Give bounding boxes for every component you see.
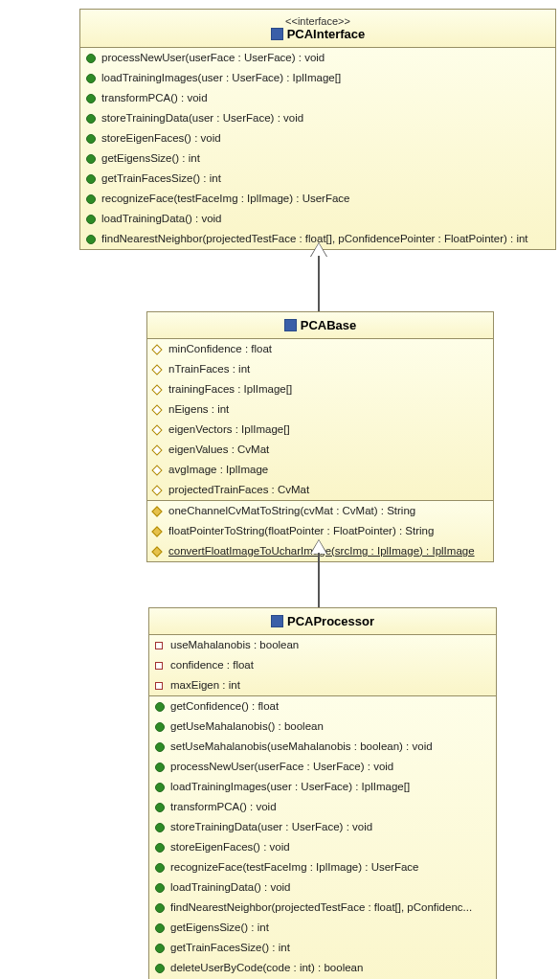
member-row: projectedTrainFaces : CvMat bbox=[147, 480, 493, 500]
class-icon bbox=[284, 319, 297, 331]
member-text: maxEigen : int bbox=[170, 677, 240, 694]
member-text: eigenVectors : IplImage[] bbox=[168, 421, 290, 438]
member-text: oneChannelCvMatToString(cvMat : CvMat) :… bbox=[168, 503, 415, 519]
class-icon bbox=[271, 615, 283, 627]
public-icon bbox=[155, 823, 165, 832]
member-row: loadTrainingData() : void bbox=[149, 877, 496, 898]
member-text: useMahalanobis : boolean bbox=[170, 637, 299, 653]
member-row: getTrainFacesSize() : int bbox=[80, 169, 555, 189]
class-pcainterface: <<interface>> PCAInterface processNewUse… bbox=[79, 9, 556, 250]
member-row: nEigens : int bbox=[147, 399, 493, 420]
public-icon bbox=[86, 74, 96, 83]
member-row: avgImage : IplImage bbox=[147, 460, 493, 480]
member-row: storeEigenFaces() : void bbox=[80, 128, 555, 148]
member-text: recognizeFace(testFaceImg : IplImage) : … bbox=[170, 859, 419, 876]
member-text: loadTrainingData() : void bbox=[170, 879, 291, 896]
public-icon bbox=[155, 763, 165, 772]
member-row: loadTrainingImages(user : UserFace) : Ip… bbox=[149, 777, 496, 797]
member-text: deleteUserByCode(code : int) : boolean bbox=[170, 960, 363, 976]
connector-line bbox=[318, 256, 320, 311]
public-icon bbox=[86, 194, 96, 204]
public-icon bbox=[155, 883, 165, 893]
member-text: findNearestNeighbor(projectedTestFace : … bbox=[170, 899, 472, 916]
member-row: processNewUser(userFace : UserFace) : vo… bbox=[80, 48, 555, 68]
member-row: storeTrainingData(user : UserFace) : voi… bbox=[149, 817, 496, 837]
member-row: getConfidence() : float bbox=[149, 696, 496, 717]
member-text: eigenValues : CvMat bbox=[168, 442, 269, 458]
member-row: transformPCA() : void bbox=[149, 797, 496, 817]
member-row: getUseMahalanobis() : boolean bbox=[149, 717, 496, 737]
member-text: getTrainFacesSize() : int bbox=[170, 940, 290, 956]
class-name: PCAProcessor bbox=[153, 614, 492, 628]
public-icon bbox=[86, 235, 96, 244]
class-icon bbox=[271, 28, 283, 40]
member-text: trainingFaces : IplImage[] bbox=[168, 381, 292, 398]
protected-icon bbox=[151, 485, 162, 495]
member-text: floatPointerToString(floatPointer : Floa… bbox=[168, 523, 434, 539]
member-row: loadTrainingImages(user : UserFace) : Ip… bbox=[80, 68, 555, 88]
class-pcaprocessor: PCAProcessor useMahalanobis : booleancon… bbox=[148, 607, 497, 979]
public-icon bbox=[155, 944, 165, 953]
protected-icon bbox=[151, 506, 162, 516]
member-text: processNewUser(userFace : UserFace) : vo… bbox=[170, 759, 393, 775]
member-text: getTrainFacesSize() : int bbox=[101, 171, 221, 187]
public-icon bbox=[155, 702, 165, 712]
attributes-compartment: useMahalanobis : booleanconfidence : flo… bbox=[149, 635, 496, 696]
member-row: recognizeFace(testFaceImg : IplImage) : … bbox=[80, 189, 555, 209]
member-text: projectedTrainFaces : CvMat bbox=[168, 482, 309, 498]
member-text: getEigensSize() : int bbox=[101, 150, 200, 167]
member-row: nTrainFaces : int bbox=[147, 359, 493, 379]
member-text: getEigensSize() : int bbox=[170, 920, 269, 936]
member-row: minConfidence : float bbox=[147, 339, 493, 359]
member-text: recognizeFace(testFaceImg : IplImage) : … bbox=[101, 191, 350, 207]
class-name: PCAInterface bbox=[84, 27, 551, 41]
protected-icon bbox=[151, 344, 162, 354]
protected-icon bbox=[151, 384, 162, 395]
member-row: setUseMahalanobis(useMahalanobis : boole… bbox=[149, 737, 496, 757]
public-icon bbox=[86, 174, 96, 184]
protected-icon bbox=[151, 424, 162, 435]
member-row: eigenVectors : IplImage[] bbox=[147, 420, 493, 440]
public-icon bbox=[155, 863, 165, 873]
member-text: minConfidence : float bbox=[168, 341, 272, 357]
stereotype: <<interface>> bbox=[84, 15, 551, 27]
private-icon bbox=[155, 642, 163, 649]
public-icon bbox=[155, 903, 165, 913]
member-row: oneChannelCvMatToString(cvMat : CvMat) :… bbox=[147, 501, 493, 521]
member-text: confidence : float bbox=[170, 657, 254, 673]
public-icon bbox=[86, 114, 96, 124]
member-text: storeTrainingData(user : UserFace) : voi… bbox=[101, 110, 303, 126]
connector-line bbox=[318, 553, 320, 607]
member-row: deleteUserByCode(code : int) : boolean bbox=[149, 958, 496, 978]
member-row: findNearestNeighbor(projectedTestFace : … bbox=[149, 898, 496, 918]
member-text: nTrainFaces : int bbox=[168, 361, 250, 377]
public-icon bbox=[155, 783, 165, 792]
member-text: getUseMahalanobis() : boolean bbox=[170, 718, 324, 735]
protected-icon bbox=[151, 404, 162, 415]
class-header: <<interface>> PCAInterface bbox=[80, 10, 555, 48]
realization-arrow-fill bbox=[311, 243, 326, 257]
member-text: getConfidence() : float bbox=[170, 698, 279, 715]
member-row: maxEigen : int bbox=[149, 675, 496, 695]
member-text: storeEigenFaces() : void bbox=[101, 130, 221, 147]
private-icon bbox=[155, 662, 163, 670]
class-pcabase: PCABase minConfidence : floatnTrainFaces… bbox=[146, 311, 494, 562]
public-icon bbox=[155, 722, 165, 732]
member-text: transformPCA() : void bbox=[170, 799, 277, 815]
member-row: storeTrainingData(user : UserFace) : voi… bbox=[80, 108, 555, 128]
member-text: processNewUser(userFace : UserFace) : vo… bbox=[101, 50, 325, 66]
member-text: nEigens : int bbox=[168, 401, 229, 418]
methods-compartment: getConfidence() : floatgetUseMahalanobis… bbox=[149, 696, 496, 979]
public-icon bbox=[86, 154, 96, 164]
class-header: PCAProcessor bbox=[149, 608, 496, 635]
member-text: storeEigenFaces() : void bbox=[170, 839, 290, 855]
member-row: trainingFaces : IplImage[] bbox=[147, 379, 493, 399]
member-text: loadTrainingData() : void bbox=[101, 211, 222, 227]
public-icon bbox=[86, 94, 96, 103]
protected-icon bbox=[151, 444, 162, 455]
protected-icon bbox=[151, 546, 162, 557]
protected-icon bbox=[151, 364, 162, 375]
protected-icon bbox=[151, 465, 162, 475]
member-row: getEigensSize() : int bbox=[80, 148, 555, 169]
methods-compartment: processNewUser(userFace : UserFace) : vo… bbox=[80, 48, 555, 249]
